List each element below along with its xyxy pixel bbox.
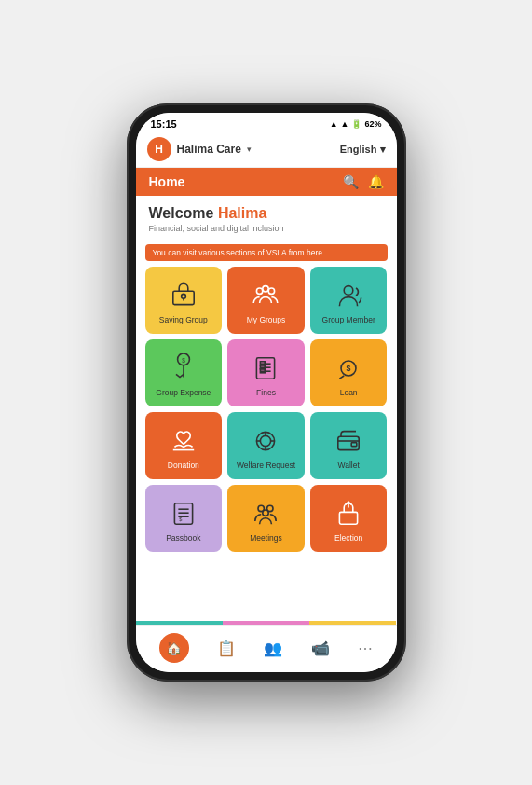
- battery-icon: 🔋: [351, 119, 361, 129]
- transactions-icon: 📋: [217, 640, 236, 657]
- svg-point-17: [261, 435, 271, 446]
- svg-point-4: [269, 288, 275, 294]
- election-icon: [334, 499, 363, 529]
- search-icon[interactable]: 🔍: [343, 174, 359, 189]
- grid-item-my-groups[interactable]: My Groups: [227, 267, 305, 334]
- passbook-label: Passbook: [166, 533, 200, 543]
- grid-item-donation[interactable]: Donation: [145, 412, 223, 479]
- grid-item-welfare-request[interactable]: Welfare Request: [227, 412, 305, 479]
- svg-point-3: [263, 285, 268, 291]
- election-label: Election: [334, 533, 362, 543]
- svg-text:$: $: [347, 364, 351, 373]
- grid-item-loan[interactable]: $ Loan: [310, 339, 388, 406]
- welcome-name: Halima: [218, 205, 266, 221]
- welcome-prefix: Welcome: [149, 205, 218, 221]
- grid-item-fines[interactable]: Fines: [227, 339, 305, 406]
- welcome-subtitle: Financial, social and digital inclusion: [149, 224, 384, 233]
- welcome-text: Welcome Halima: [149, 205, 384, 222]
- donation-label: Donation: [168, 461, 199, 470]
- phone-frame: 15:15 ▲ ▲ 🔋 62% H Halima Care ▾ English …: [127, 103, 406, 682]
- user-name: Halima Care: [177, 143, 241, 156]
- welfare-request-icon: [251, 426, 280, 456]
- grid-item-meetings[interactable]: Meetings: [227, 485, 305, 552]
- user-chevron-icon: ▾: [247, 145, 252, 154]
- group-member-label: Group Member: [322, 315, 375, 324]
- donation-icon: [169, 426, 198, 456]
- svg-point-2: [257, 288, 263, 294]
- video-icon: 📹: [311, 640, 330, 657]
- status-bar: 15:15 ▲ ▲ 🔋 62%: [136, 113, 397, 133]
- saving-group-label: Saving Group: [159, 315, 208, 324]
- language-selector[interactable]: English ▾: [340, 144, 386, 156]
- svg-point-5: [344, 285, 353, 295]
- svg-rect-22: [338, 436, 359, 449]
- svg-point-1: [181, 294, 185, 298]
- fines-label: Fines: [256, 388, 276, 397]
- signal-icon: ▲: [330, 119, 338, 129]
- grid-item-group-expense[interactable]: $ Group Expense: [145, 339, 223, 406]
- header-icons: 🔍 🔔: [343, 174, 384, 189]
- passbook-icon: $: [169, 499, 198, 529]
- loan-icon: $: [334, 353, 363, 383]
- nav-home[interactable]: 🏠: [154, 631, 195, 665]
- bottom-nav: 🏠 📋 👥 📹 ⋯: [136, 625, 397, 672]
- welfare-request-label: Welfare Request: [237, 461, 295, 470]
- info-banner: You can visit various sections of VSLA f…: [145, 244, 388, 261]
- language-label: English: [340, 144, 377, 155]
- fines-icon: [251, 353, 280, 383]
- wifi-icon: ▲: [341, 119, 349, 129]
- grid-item-passbook[interactable]: $ Passbook: [145, 485, 223, 552]
- group-member-icon: [334, 281, 363, 310]
- svg-rect-32: [340, 512, 358, 524]
- meetings-icon: [251, 499, 280, 529]
- meetings-label: Meetings: [250, 533, 282, 543]
- menu-grid: Saving Group My Groups: [145, 267, 388, 552]
- home-icon: 🏠: [166, 640, 182, 655]
- grid-item-election[interactable]: Election: [310, 485, 388, 552]
- group-expense-icon: $: [169, 353, 198, 383]
- svg-text:$: $: [182, 356, 185, 363]
- nav-more[interactable]: ⋯: [352, 638, 378, 659]
- nav-video[interactable]: 📹: [306, 638, 335, 659]
- wallet-label: Wallet: [338, 461, 360, 470]
- status-icons: ▲ ▲ 🔋 62%: [330, 119, 382, 129]
- loan-label: Loan: [340, 388, 358, 397]
- my-groups-label: My Groups: [247, 315, 286, 324]
- bell-icon[interactable]: 🔔: [368, 174, 384, 189]
- members-icon: 👥: [264, 640, 282, 657]
- top-nav: H Halima Care ▾ English ▾: [136, 133, 397, 168]
- header-bar: Home 🔍 🔔: [136, 168, 397, 196]
- nav-transactions[interactable]: 📋: [211, 638, 241, 659]
- saving-group-icon: [169, 281, 198, 310]
- more-icon: ⋯: [358, 640, 373, 657]
- svg-rect-23: [351, 442, 357, 446]
- grid-item-saving-group[interactable]: Saving Group: [145, 267, 223, 334]
- my-groups-icon: [251, 281, 280, 310]
- grid-item-wallet[interactable]: Wallet: [310, 412, 388, 479]
- phone-screen: 15:15 ▲ ▲ 🔋 62% H Halima Care ▾ English …: [136, 113, 397, 672]
- welcome-section: Welcome Halima Financial, social and dig…: [136, 196, 397, 239]
- info-text: You can visit various sections of VSLA f…: [153, 248, 325, 257]
- nav-members[interactable]: 👥: [258, 638, 288, 659]
- status-time: 15:15: [151, 118, 177, 130]
- avatar: H: [147, 137, 171, 161]
- grid-item-group-member[interactable]: Group Member: [310, 267, 388, 334]
- user-info[interactable]: H Halima Care ▾: [147, 137, 252, 161]
- header-title: Home: [149, 174, 185, 189]
- group-expense-label: Group Expense: [156, 388, 211, 397]
- lang-chevron-icon: ▾: [380, 144, 386, 155]
- svg-point-31: [263, 510, 268, 516]
- grid-container: Saving Group My Groups: [136, 267, 397, 621]
- wallet-icon: [334, 426, 363, 456]
- battery-percent: 62%: [364, 119, 381, 129]
